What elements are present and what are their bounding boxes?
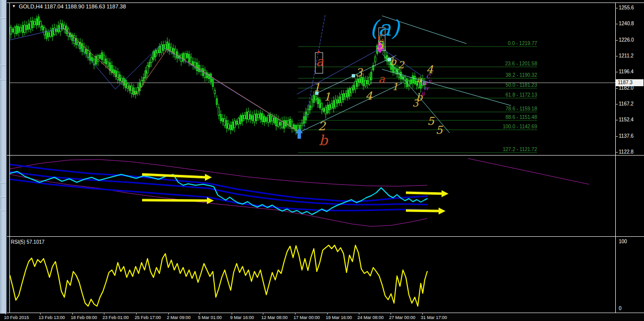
time-axis-tick <box>232 313 232 315</box>
price-axis-label: 1255.6 <box>619 5 634 10</box>
fib-label: 100.0 - 1142.69 <box>503 124 538 129</box>
fib-label: 61.8 - 1172.13 <box>505 92 537 98</box>
time-axis[interactable]: 10 Feb 201513 Feb 13:0018 Feb 09:0023 Fe… <box>0 314 644 321</box>
price-axis-label: 1122.8 <box>619 149 634 155</box>
price-axis-tick <box>615 56 618 56</box>
panel-separator-2[interactable] <box>7 236 644 237</box>
fib-label: 0.0 - 1219.77 <box>508 41 537 46</box>
trendline-impulse-dashed[interactable] <box>304 15 325 130</box>
time-axis-tick <box>168 313 169 315</box>
fib-label: 38.2 - 1190.32 <box>505 72 537 78</box>
price-axis-tick <box>615 40 618 41</box>
price-axis-label: 1211.2 <box>619 53 634 58</box>
wave-label-1[interactable]: 1 <box>324 91 331 103</box>
time-axis-label: 10 Feb 2015 <box>4 315 29 320</box>
fib-label: 127.2 - 1121.72 <box>503 147 538 152</box>
price-axis-label: 1226.0 <box>619 37 634 43</box>
time-axis-tick <box>359 313 359 315</box>
price-axis-tick <box>615 136 618 137</box>
fib-label: 78.6 - 1159.18 <box>505 106 537 111</box>
price-axis-label: 1152.4 <box>619 117 634 122</box>
chart-axis-border <box>615 2 616 313</box>
selection-anchor <box>318 51 320 53</box>
wave-label-5[interactable]: 5 <box>436 124 444 136</box>
terminal-window: 0.0 - 1219.7723.6 - 1201.5838.2 - 1190.3… <box>0 0 644 321</box>
panel-separator-3[interactable] <box>7 313 644 313</box>
time-axis-label: 25 Feb 17:00 <box>135 315 161 320</box>
window-strip-separator <box>0 18 6 19</box>
indicator-magenta-upper-band <box>10 160 427 186</box>
trendline-triangle-left[interactable] <box>297 48 381 94</box>
wave-label-5[interactable]: 5 <box>376 39 384 52</box>
window-strip-separator <box>0 197 6 198</box>
indicator-blue-band-3 <box>10 179 427 211</box>
time-axis-label: 12 Mar 08:00 <box>261 315 288 320</box>
time-axis-label: 31 Mar 17:00 <box>421 315 447 320</box>
window-strip-separator <box>0 65 6 66</box>
price-axis-tick <box>615 8 618 8</box>
chart-menu-triangle-icon[interactable]: ▼ <box>12 4 16 8</box>
time-axis-tick <box>72 313 73 315</box>
time-axis-tick <box>199 313 200 315</box>
time-axis-label: 2 Mar 09:00 <box>167 315 191 320</box>
wave-label-pap[interactable]: (a) <box>370 15 400 41</box>
time-axis-tick <box>263 313 263 315</box>
price-axis-label: 1167.2 <box>619 101 634 107</box>
window-strip-separator <box>0 182 6 183</box>
wave-label-2[interactable]: 2 <box>318 119 326 133</box>
time-axis-label: 17 Mar 00:00 <box>294 315 320 320</box>
panel-separator-1[interactable] <box>7 155 644 156</box>
chart-title: GOLD,H4 1187.04 1188.90 1186.63 1187.38 <box>19 3 126 9</box>
wave-label-a[interactable]: a <box>378 73 385 85</box>
price-axis-tick <box>615 72 618 72</box>
price-axis-label: 1137.6 <box>619 133 634 139</box>
wave-label-5[interactable]: 5 <box>427 115 435 127</box>
trendline-desc-gentle[interactable] <box>382 69 511 106</box>
window-strip-separator <box>0 79 6 80</box>
time-axis-tick <box>391 313 391 315</box>
wave-label-b[interactable]: b <box>390 55 397 67</box>
price-axis-tick <box>615 152 618 153</box>
candlesticks <box>10 14 426 136</box>
fib-label: 23.6 - 1201.58 <box>505 61 538 66</box>
time-axis-tick <box>136 313 137 315</box>
wave-label-b[interactable]: b <box>319 132 329 149</box>
time-axis-label: 27 Mar 00:00 <box>389 315 415 320</box>
wave-label-1[interactable]: 1 <box>392 81 398 93</box>
current-price-box: 1187.3 <box>616 79 644 86</box>
wave-label-a[interactable]: a <box>316 54 324 69</box>
time-axis-tick <box>327 313 328 315</box>
yellow-arrow[interactable] <box>406 208 446 214</box>
window-strip-separator <box>0 210 6 211</box>
time-axis-label: 19 Mar 16:00 <box>326 315 352 320</box>
rsi-line <box>10 245 427 306</box>
wave-label-1[interactable]: 1 <box>313 81 320 94</box>
rsi-axis-min: 0 <box>619 306 622 311</box>
price-axis-tick <box>615 24 618 24</box>
time-axis-label: 23 Feb 01:00 <box>102 315 129 320</box>
wave-label-3[interactable]: 3 <box>412 97 419 109</box>
time-axis-tick <box>40 313 41 315</box>
fib-label: 50.0 - 1181.23 <box>505 82 537 88</box>
yellow-arrow[interactable] <box>142 197 214 204</box>
wave-label-2[interactable]: 2 <box>398 59 405 71</box>
time-axis-label: 18 Feb 09:00 <box>71 315 97 320</box>
time-axis-label: 9 Mar 16:00 <box>230 315 254 320</box>
price-axis-tick <box>615 120 618 120</box>
time-axis-tick <box>104 313 104 315</box>
window-edge-strip <box>0 0 6 321</box>
wave-label-3[interactable]: 3 <box>355 66 363 79</box>
time-axis-tick <box>422 313 423 315</box>
main-chart-canvas[interactable]: 0.0 - 1219.7723.6 - 1201.5838.2 - 1190.3… <box>10 2 615 155</box>
indicator-canvas[interactable] <box>10 156 615 236</box>
rsi-axis-max: 100 <box>619 239 627 244</box>
wave-label-4[interactable]: 4 <box>365 90 373 102</box>
rsi-canvas[interactable] <box>10 238 615 313</box>
drag-handle[interactable] <box>352 74 355 77</box>
indicator-magenta-right-segment <box>468 159 589 184</box>
price-axis-tick <box>615 88 618 89</box>
price-axis-tick <box>615 104 618 105</box>
rsi-indicator-label: RSI(5) 57.1017 <box>11 239 45 245</box>
price-axis-label: 1240.8 <box>619 21 634 26</box>
time-axis-label: 5 Mar 01:00 <box>198 315 222 320</box>
